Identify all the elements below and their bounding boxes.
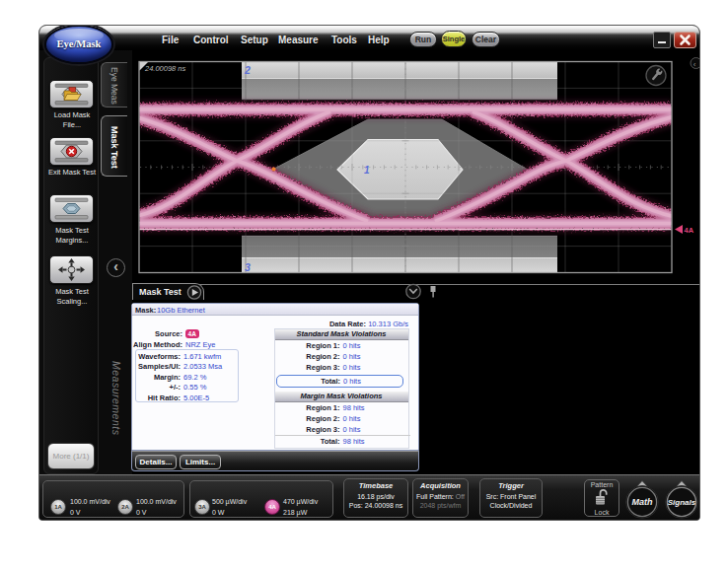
svg-text:1: 1 (364, 165, 370, 176)
svg-text:Math: Math (632, 497, 653, 507)
svg-text:4A: 4A (685, 226, 694, 235)
svg-text:‹: ‹ (693, 60, 696, 69)
svg-text:24.00098 ns: 24.00098 ns (144, 64, 186, 73)
svg-text:2: 2 (244, 64, 251, 76)
svg-text:Signals: Signals (668, 498, 696, 507)
